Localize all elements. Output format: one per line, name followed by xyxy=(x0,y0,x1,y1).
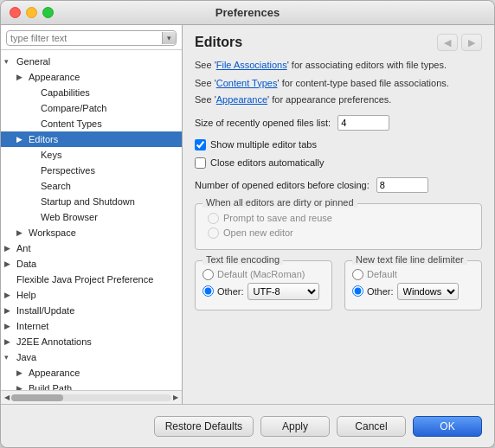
dirty-pinned-legend: When all editors are dirty or pinned xyxy=(202,197,357,208)
encoding-select[interactable]: UTF-8 UTF-16 ISO-8859-1 xyxy=(248,283,319,300)
tree-label-appearance: Appearance xyxy=(29,70,80,84)
panel-title: Editors xyxy=(195,35,242,50)
minimize-button[interactable] xyxy=(26,7,37,18)
tree-arrow-install-update: ▶ xyxy=(4,304,16,317)
titlebar-buttons xyxy=(10,7,54,18)
file-list-input[interactable] xyxy=(338,115,389,131)
delimiter-box: New text file line delimiter Default Oth… xyxy=(344,260,482,310)
bottom-section: Text file encoding Default (MacRoman) Ot… xyxy=(195,260,482,310)
scroll-right-arrow[interactable]: ▶ xyxy=(173,394,178,401)
scroll-left-arrow[interactable]: ◀ xyxy=(4,394,10,401)
other-delimiter-row: Other: Windows Unix Mac xyxy=(352,283,474,300)
nav-buttons: ◀ ▶ xyxy=(437,34,482,51)
tree-arrow-help: ▶ xyxy=(4,288,16,302)
open-new-radio-row: Open new editor xyxy=(204,227,472,239)
tree-label-java-buildpath: Build Path xyxy=(29,381,72,390)
left-panel: ▾ ▾General▶AppearanceCapabilitiesCompare… xyxy=(1,25,183,404)
appearance-link[interactable]: Appearance xyxy=(216,94,267,105)
close-automatically-row: Close editors automatically xyxy=(195,157,482,169)
tree-item-java-buildpath[interactable]: ▶Build Path xyxy=(1,381,182,390)
tree-label-ant: Ant xyxy=(16,241,31,255)
delimiter-legend: New text file line delimiter xyxy=(352,254,467,265)
tree-arrow-ant: ▶ xyxy=(4,241,16,255)
default-encoding-label: Default (MacRoman) xyxy=(217,269,305,279)
tree-item-java[interactable]: ▾Java xyxy=(1,349,182,365)
tree-item-ant[interactable]: ▶Ant xyxy=(1,240,182,256)
tree-label-compare-patch: Compare/Patch xyxy=(41,101,106,115)
tree-item-appearance[interactable]: ▶Appearance xyxy=(1,69,182,85)
other-encoding-radio[interactable] xyxy=(202,285,214,297)
file-list-label: Size of recently opened files list: xyxy=(195,118,331,128)
tree-label-capabilities: Capabilities xyxy=(41,86,90,99)
tree-item-editors[interactable]: ▶Editors xyxy=(1,131,182,147)
filter-dropdown-button[interactable]: ▾ xyxy=(162,32,176,44)
info-line-2: See 'Content Types' for content-type bas… xyxy=(195,76,482,91)
tree-arrow-workspace: ▶ xyxy=(16,226,29,240)
encoding-legend: Text file encoding xyxy=(202,254,283,265)
delimiter-select[interactable]: Windows Unix Mac xyxy=(397,283,459,300)
restore-defaults-button[interactable]: Restore Defaults xyxy=(154,416,254,437)
tree-label-java: Java xyxy=(16,350,36,364)
tree-item-help[interactable]: ▶Help xyxy=(1,287,182,303)
tree-arrow-java-buildpath: ▶ xyxy=(16,381,29,390)
tree-item-java-appearance[interactable]: ▶Appearance xyxy=(1,365,182,381)
tree-label-web-browser: Web Browser xyxy=(41,210,98,224)
tree-item-internet[interactable]: ▶Internet xyxy=(1,318,182,334)
tree-label-flexible-java: Flexible Java Project Preference xyxy=(16,272,153,286)
preferences-window: Preferences ▾ ▾General▶AppearanceCapabil… xyxy=(0,0,495,448)
default-delimiter-row: Default xyxy=(352,269,474,280)
maximize-button[interactable] xyxy=(42,7,54,18)
tree-arrow-internet: ▶ xyxy=(4,319,16,333)
tree-item-data[interactable]: ▶Data xyxy=(1,256,182,272)
dirty-pinned-group: When all editors are dirty or pinned Pro… xyxy=(195,203,482,250)
tree-label-keys: Keys xyxy=(41,148,61,162)
apply-button[interactable]: Apply xyxy=(260,416,330,437)
tree-item-workspace[interactable]: ▶Workspace xyxy=(1,225,182,240)
close-button[interactable] xyxy=(10,7,21,18)
filter-input[interactable] xyxy=(7,31,162,45)
close-automatically-label: Close editors automatically xyxy=(210,157,324,168)
tree-item-startup-shutdown[interactable]: Startup and Shutdown xyxy=(1,194,182,209)
tree-item-capabilities[interactable]: Capabilities xyxy=(1,85,182,100)
tree-item-install-update[interactable]: ▶Install/Update xyxy=(1,303,182,318)
num-editors-input[interactable] xyxy=(376,177,428,193)
default-delimiter-radio[interactable] xyxy=(352,269,363,280)
tree-item-content-types[interactable]: Content Types xyxy=(1,116,182,131)
encoding-box: Text file encoding Default (MacRoman) Ot… xyxy=(195,260,332,310)
tree-item-j2ee-annotations[interactable]: ▶J2EE Annotations xyxy=(1,334,182,349)
file-associations-link[interactable]: File Associations xyxy=(216,60,287,70)
open-new-editor-radio[interactable] xyxy=(208,227,219,239)
ok-button[interactable]: OK xyxy=(413,416,482,437)
titlebar: Preferences xyxy=(1,1,494,25)
tree-label-help: Help xyxy=(16,288,36,302)
tree-item-search[interactable]: Search xyxy=(1,178,182,194)
show-multiple-tabs-row: Show multiple editor tabs xyxy=(195,139,482,150)
scroll-track[interactable] xyxy=(11,394,171,401)
tree-item-compare-patch[interactable]: Compare/Patch xyxy=(1,100,182,116)
tree: ▾General▶AppearanceCapabilitiesCompare/P… xyxy=(1,50,182,390)
tree-item-flexible-java[interactable]: Flexible Java Project Preference xyxy=(1,272,182,287)
cancel-button[interactable]: Cancel xyxy=(337,416,406,437)
close-automatically-checkbox[interactable] xyxy=(195,157,206,169)
other-encoding-label: Other: xyxy=(217,286,244,297)
show-multiple-tabs-checkbox[interactable] xyxy=(195,139,206,150)
tree-arrow-data: ▶ xyxy=(4,257,16,271)
prompt-save-radio[interactable] xyxy=(208,213,219,224)
prompt-save-label: Prompt to save and reuse xyxy=(223,213,332,223)
nav-fwd-button[interactable]: ▶ xyxy=(461,34,482,51)
tree-label-perspectives: Perspectives xyxy=(41,163,95,177)
tree-item-general[interactable]: ▾General xyxy=(1,54,182,69)
tree-item-web-browser[interactable]: Web Browser xyxy=(1,209,182,225)
default-encoding-radio[interactable] xyxy=(202,269,214,280)
num-editors-label: Number of opened editors before closing: xyxy=(195,180,370,190)
tree-item-keys[interactable]: Keys xyxy=(1,147,182,163)
scroll-thumb[interactable] xyxy=(11,394,63,401)
content-types-link[interactable]: Content Types xyxy=(216,78,278,88)
tree-arrow-general: ▾ xyxy=(4,54,16,68)
file-list-size-row: Size of recently opened files list: xyxy=(195,115,482,131)
other-delimiter-radio[interactable] xyxy=(352,285,363,297)
tree-item-perspectives[interactable]: Perspectives xyxy=(1,163,182,178)
tree-label-java-appearance: Appearance xyxy=(29,366,80,380)
nav-back-button[interactable]: ◀ xyxy=(437,34,458,51)
horizontal-scrollbar[interactable]: ◀ ▶ xyxy=(1,390,182,404)
